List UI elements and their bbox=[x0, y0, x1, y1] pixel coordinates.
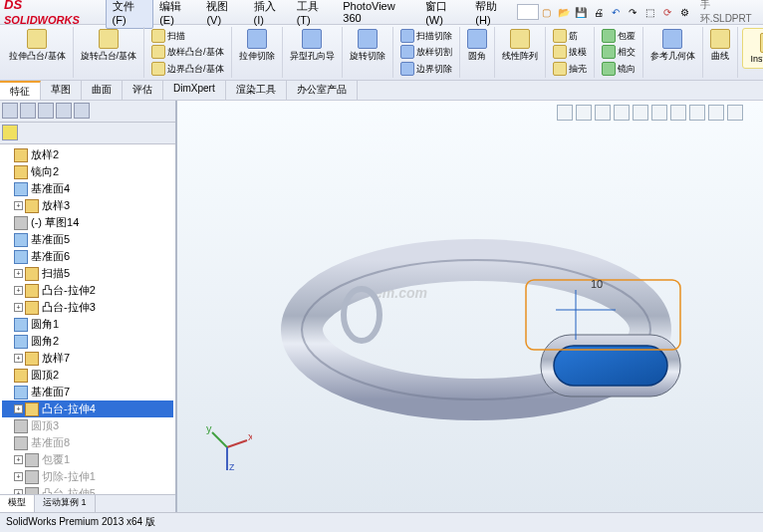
tree-item[interactable]: +凸台-拉伸5 bbox=[2, 485, 173, 494]
svg-text:x: x bbox=[248, 430, 252, 442]
feature-tree-icon[interactable] bbox=[2, 103, 18, 119]
menu-window[interactable]: 窗口(W) bbox=[419, 0, 469, 28]
menu-edit[interactable]: 编辑(E) bbox=[153, 0, 200, 28]
svg-line-11 bbox=[212, 432, 227, 447]
cut-sweep-button[interactable]: 扫描切除 bbox=[397, 28, 455, 44]
tree-item[interactable]: +切除-拉伸1 bbox=[2, 468, 173, 485]
open-icon[interactable]: 📂 bbox=[556, 4, 571, 20]
zoom-area-icon[interactable] bbox=[576, 105, 592, 121]
tree-item[interactable]: 圆角1 bbox=[2, 316, 173, 333]
feature-tree[interactable]: 放样2 镜向2 基准面4 +放样3 (-) 草图14 基准面5 基准面6 +扫描… bbox=[0, 144, 175, 494]
menu-view[interactable]: 视图(V) bbox=[200, 0, 247, 28]
tree-item[interactable]: +放样3 bbox=[2, 197, 173, 214]
tab-dimxpert[interactable]: DimXpert bbox=[163, 81, 226, 100]
tab-sketch[interactable]: 草图 bbox=[41, 81, 82, 100]
zoom-fit-icon[interactable] bbox=[557, 105, 573, 121]
tab-surface[interactable]: 曲面 bbox=[82, 81, 123, 100]
tree-item[interactable]: +凸台-拉伸2 bbox=[2, 282, 173, 299]
draft-button[interactable]: 拔模 bbox=[550, 44, 590, 60]
scene-icon[interactable] bbox=[708, 105, 724, 121]
appearance-icon[interactable] bbox=[689, 105, 705, 121]
curves-button[interactable]: 曲线 bbox=[707, 28, 733, 64]
tree-item-selected[interactable]: +凸台-拉伸4 bbox=[2, 400, 173, 417]
status-bar: SolidWorks Premium 2013 x64 版 bbox=[0, 512, 763, 532]
search-input[interactable] bbox=[517, 4, 539, 20]
property-icon[interactable] bbox=[20, 103, 36, 119]
model-tab[interactable]: 模型 bbox=[0, 495, 35, 512]
tree-item[interactable]: 基准面6 bbox=[2, 248, 173, 265]
wrap-button[interactable]: 包覆 bbox=[599, 28, 638, 44]
tree-item[interactable]: 镜向2 bbox=[2, 163, 173, 180]
display-icon[interactable] bbox=[74, 103, 90, 119]
menu-insert[interactable]: 插入(I) bbox=[248, 0, 291, 28]
display-style-icon[interactable] bbox=[651, 105, 667, 121]
redo-icon[interactable]: ↷ bbox=[626, 4, 640, 20]
tree-item[interactable]: 基准面5 bbox=[2, 231, 173, 248]
feature-panel: 放样2 镜向2 基准面4 +放样3 (-) 草图14 基准面5 基准面6 +扫描… bbox=[0, 101, 177, 512]
tree-item[interactable]: +扫描5 bbox=[2, 265, 173, 282]
tree-item[interactable]: 圆顶3 bbox=[2, 417, 173, 434]
config-icon[interactable] bbox=[38, 103, 54, 119]
tree-item[interactable]: 基准面8 bbox=[2, 434, 173, 451]
view-orient-icon[interactable] bbox=[633, 105, 648, 121]
cut-extrude-button[interactable]: 拉伸切除 bbox=[236, 28, 278, 64]
prev-view-icon[interactable] bbox=[595, 105, 611, 121]
mirror-button[interactable]: 镜向 bbox=[599, 61, 638, 77]
section-view-icon[interactable] bbox=[614, 105, 630, 121]
intersect-button[interactable]: 相交 bbox=[599, 44, 638, 60]
app-logo: DS SOLIDWORKS bbox=[4, 0, 98, 27]
rib-button[interactable]: 筋 bbox=[550, 28, 581, 44]
bracelet-model[interactable]: 10 bbox=[277, 220, 705, 449]
tree-item[interactable]: (-) 草图14 bbox=[2, 214, 173, 231]
tree-item[interactable]: +放样7 bbox=[2, 350, 173, 367]
tree-item[interactable]: 圆角2 bbox=[2, 333, 173, 350]
options-icon[interactable]: ⚙ bbox=[676, 4, 691, 20]
menu-help[interactable]: 帮助(H) bbox=[469, 0, 517, 28]
view-triad[interactable]: x y z bbox=[202, 422, 252, 472]
tree-item[interactable]: 放样2 bbox=[2, 146, 173, 163]
tab-features[interactable]: 特征 bbox=[0, 81, 41, 100]
print-icon[interactable]: 🖨 bbox=[591, 4, 606, 20]
tab-evaluate[interactable]: 评估 bbox=[123, 81, 163, 100]
tree-item[interactable]: +包覆1 bbox=[2, 451, 173, 468]
select-icon[interactable]: ⬚ bbox=[642, 4, 657, 20]
cut-revolve-button[interactable]: 旋转切除 bbox=[347, 28, 388, 64]
fillet-button[interactable]: 圆角 bbox=[464, 28, 490, 64]
svg-line-9 bbox=[227, 440, 247, 447]
hide-show-icon[interactable] bbox=[670, 105, 686, 121]
cut-loft-button[interactable]: 放样切割 bbox=[397, 44, 455, 60]
menu-tools[interactable]: 工具(T) bbox=[291, 0, 338, 28]
command-tabs: 特征 草图 曲面 评估 DimXpert 渲染工具 办公室产品 bbox=[0, 81, 763, 101]
motion-study-tab[interactable]: 运动算例 1 bbox=[35, 495, 96, 512]
tree-item[interactable]: 圆顶2 bbox=[2, 367, 173, 384]
svg-rect-4 bbox=[554, 346, 667, 386]
filter-icon[interactable] bbox=[2, 125, 18, 140]
extrude-boss-button[interactable]: 拉伸凸台/基体 bbox=[6, 28, 69, 64]
boundary-button[interactable]: 边界凸台/基体 bbox=[148, 61, 227, 77]
hole-wizard-button[interactable]: 异型孔向导 bbox=[287, 28, 338, 64]
tree-item[interactable]: 基准面7 bbox=[2, 384, 173, 400]
view-settings-icon[interactable] bbox=[727, 105, 743, 121]
revolve-boss-button[interactable]: 旋转凸台/基体 bbox=[78, 28, 140, 64]
sweep-button[interactable]: 扫描 bbox=[148, 28, 188, 44]
menu-file[interactable]: 文件(F) bbox=[106, 0, 154, 29]
tab-render[interactable]: 渲染工具 bbox=[226, 81, 287, 100]
3d-viewport[interactable]: GX7网system.com 10 x bbox=[177, 101, 763, 512]
ref-geometry-button[interactable]: 参考几何体 bbox=[647, 28, 698, 64]
instant3d-button[interactable]: Instant3D bbox=[742, 28, 763, 69]
pattern-button[interactable]: 线性阵列 bbox=[499, 28, 541, 64]
undo-icon[interactable]: ↶ bbox=[608, 4, 623, 20]
ribbon-toolbar: 拉伸凸台/基体 旋转凸台/基体 扫描 放样凸台/基体 边界凸台/基体 拉伸切除 … bbox=[0, 25, 763, 81]
shell-button[interactable]: 抽壳 bbox=[550, 61, 590, 77]
view-toolbar bbox=[557, 105, 743, 121]
menu-photoview[interactable]: PhotoView 360 bbox=[337, 0, 419, 26]
new-icon[interactable]: ▢ bbox=[539, 4, 554, 20]
rebuild-icon[interactable]: ⟳ bbox=[659, 4, 674, 20]
cut-boundary-button[interactable]: 边界切除 bbox=[397, 61, 455, 77]
save-icon[interactable]: 💾 bbox=[574, 4, 589, 20]
dimxpert-tree-icon[interactable] bbox=[56, 103, 72, 119]
tree-item[interactable]: +凸台-拉伸3 bbox=[2, 299, 173, 316]
tree-item[interactable]: 基准面4 bbox=[2, 180, 173, 197]
loft-button[interactable]: 放样凸台/基体 bbox=[148, 44, 227, 60]
tab-office[interactable]: 办公室产品 bbox=[287, 81, 358, 100]
